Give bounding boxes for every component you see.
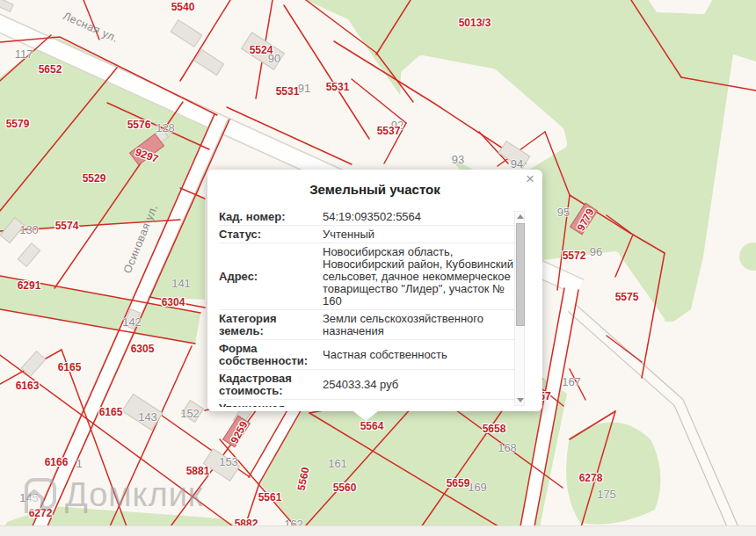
field-value: 254033.34 руб xyxy=(310,379,514,391)
scroll-up-arrow-icon[interactable] xyxy=(517,214,524,219)
close-icon[interactable]: × xyxy=(526,171,534,186)
field-label: Кад. номер: xyxy=(219,211,310,223)
field-value: Земли сельскохозяйственного назначения xyxy=(310,313,514,337)
field-label: Форма собственности: xyxy=(219,343,310,367)
field-label: Уточненная площадь: xyxy=(219,402,310,408)
popup-row: Форма собственности:Частная собственност… xyxy=(219,340,514,370)
field-label: Адрес: xyxy=(219,271,310,283)
popup-row: Статус:Учтенный xyxy=(219,226,514,243)
bottom-bar xyxy=(0,525,756,536)
field-label: Статус: xyxy=(219,228,310,241)
field-value: Учтенный xyxy=(310,228,514,241)
popup-title: Земельный участок xyxy=(207,170,542,197)
field-value: 54:19:093502:5564 xyxy=(310,211,514,223)
field-value: Частная собственность xyxy=(310,349,514,361)
popup-rows: Кад. номер:54:19:093502:5564Статус:Учтен… xyxy=(219,208,514,407)
popup-row: Адрес:Новосибирская область, Новосибирск… xyxy=(219,243,514,310)
field-label: Кадастровая стоимость: xyxy=(219,373,310,397)
popup-row: Кадастровая стоимость:254033.34 руб xyxy=(219,370,514,400)
popup-row: Уточненная площадь:1001 кв.м xyxy=(219,400,514,407)
scroll-down-arrow-icon[interactable] xyxy=(517,398,524,402)
parcel-info-popup: × Земельный участок Кад. номер:54:19:093… xyxy=(207,170,542,411)
popup-row: Кад. номер:54:19:093502:5564 xyxy=(219,208,514,226)
scrollbar-thumb[interactable] xyxy=(516,223,525,326)
popup-body: Кад. номер:54:19:093502:5564Статус:Учтен… xyxy=(219,208,514,407)
field-label: Категория земель: xyxy=(219,313,310,337)
popup-pointer xyxy=(353,411,378,421)
cadastral-map-app: Лесная ул.Осиновая ул.117909192128130141… xyxy=(0,0,756,536)
field-value: Новосибирская область, Новосибирский рай… xyxy=(310,246,514,308)
popup-scrollbar[interactable] xyxy=(514,211,525,406)
popup-row: Категория земель:Земли сельскохозяйствен… xyxy=(219,310,514,340)
